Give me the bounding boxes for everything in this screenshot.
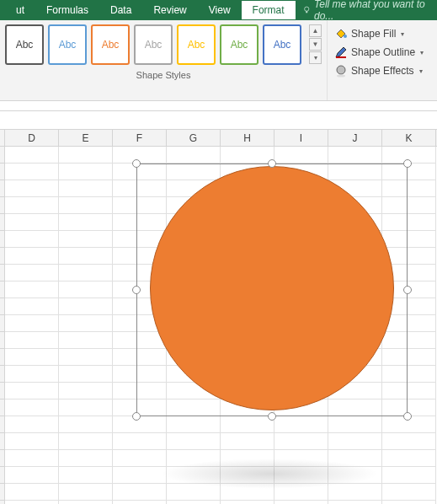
cell[interactable]	[59, 484, 113, 501]
resize-handle-tr[interactable]	[403, 159, 412, 168]
cell[interactable]	[5, 214, 59, 231]
shape-style-5[interactable]: Abc	[177, 24, 216, 65]
cell[interactable]	[113, 484, 167, 501]
cell[interactable]	[382, 467, 436, 484]
cell[interactable]	[5, 315, 59, 332]
cell[interactable]	[59, 349, 113, 366]
col-header-j[interactable]: J	[328, 130, 382, 146]
cell[interactable]	[59, 383, 113, 399]
shape-style-1[interactable]: Abc	[5, 24, 44, 65]
tab-data[interactable]: Data	[99, 1, 142, 19]
cell[interactable]	[59, 315, 113, 332]
cell[interactable]	[167, 433, 221, 450]
cell[interactable]	[221, 416, 274, 433]
cell[interactable]	[5, 467, 59, 484]
cell[interactable]	[274, 416, 328, 433]
cell[interactable]	[5, 433, 59, 450]
cell[interactable]	[5, 416, 59, 433]
tab-view[interactable]: View	[198, 1, 242, 19]
shape-style-4[interactable]: Abc	[134, 24, 173, 65]
cell[interactable]	[167, 501, 221, 504]
cell[interactable]	[167, 147, 221, 164]
shape-outline-button[interactable]: Shape Outline ▾	[331, 44, 427, 61]
resize-handle-tm[interactable]	[268, 159, 276, 168]
resize-handle-tl[interactable]	[132, 159, 141, 168]
cell[interactable]	[59, 164, 113, 180]
cell[interactable]	[221, 433, 274, 450]
shape-effects-button[interactable]: Shape Effects ▾	[331, 62, 427, 79]
col-header-d[interactable]: D	[5, 130, 59, 146]
cell[interactable]	[328, 484, 382, 501]
cell[interactable]	[328, 501, 382, 504]
shape-style-7[interactable]: Abc	[263, 24, 301, 65]
resize-handle-mr[interactable]	[403, 286, 412, 294]
cell[interactable]	[5, 484, 59, 501]
cell[interactable]	[113, 450, 167, 467]
tab-review[interactable]: Review	[142, 1, 197, 19]
resize-handle-bm[interactable]	[268, 412, 276, 421]
cell[interactable]	[5, 248, 59, 265]
cell[interactable]	[59, 197, 113, 214]
col-header-e[interactable]: E	[59, 130, 113, 146]
cell[interactable]	[5, 197, 59, 214]
cell[interactable]	[59, 298, 113, 315]
cell[interactable]	[382, 501, 436, 504]
cell[interactable]	[59, 214, 113, 231]
resize-handle-ml[interactable]	[132, 286, 141, 294]
resize-handle-bl[interactable]	[132, 412, 141, 421]
cell[interactable]	[59, 467, 113, 484]
tab-layout[interactable]: ut	[5, 1, 35, 19]
gallery-up-icon[interactable]: ▲	[309, 24, 322, 37]
cell[interactable]	[5, 349, 59, 366]
cell[interactable]	[59, 416, 113, 433]
cell[interactable]	[274, 501, 328, 504]
cell[interactable]	[221, 501, 274, 504]
col-header-k[interactable]: K	[382, 130, 436, 146]
shape-style-3[interactable]: Abc	[91, 24, 130, 65]
cell[interactable]	[274, 433, 328, 450]
cell[interactable]	[5, 501, 59, 504]
cell[interactable]	[113, 501, 167, 504]
shape-style-2[interactable]: Abc	[48, 24, 87, 65]
cell[interactable]	[5, 383, 59, 399]
cell[interactable]	[382, 450, 436, 467]
cell[interactable]	[328, 416, 382, 433]
tab-formulas[interactable]: Formulas	[35, 1, 99, 19]
cell[interactable]	[5, 265, 59, 281]
cell[interactable]	[59, 450, 113, 467]
cell[interactable]	[59, 231, 113, 248]
formula-bar[interactable]	[0, 111, 437, 130]
cell[interactable]	[59, 366, 113, 383]
cell[interactable]	[5, 180, 59, 197]
tell-me-search[interactable]: Tell me what you want to do...	[296, 0, 437, 22]
cell[interactable]	[5, 281, 59, 298]
resize-handle-br[interactable]	[403, 412, 412, 421]
cell[interactable]	[328, 433, 382, 450]
cell[interactable]	[59, 147, 113, 164]
cell[interactable]	[59, 399, 113, 416]
cell[interactable]	[59, 501, 113, 504]
cell[interactable]	[328, 147, 382, 164]
cell[interactable]	[59, 332, 113, 349]
cell[interactable]	[113, 433, 167, 450]
col-header-g[interactable]: G	[167, 130, 221, 146]
cell[interactable]	[5, 164, 59, 180]
cell[interactable]	[59, 265, 113, 281]
col-header-h[interactable]: H	[221, 130, 274, 146]
cell[interactable]	[5, 147, 59, 164]
cell[interactable]	[5, 298, 59, 315]
cell[interactable]	[59, 281, 113, 298]
cell[interactable]	[5, 332, 59, 349]
cell[interactable]	[59, 180, 113, 197]
col-header-f[interactable]: F	[113, 130, 167, 146]
cell[interactable]	[382, 484, 436, 501]
tab-format[interactable]: Format	[242, 1, 296, 19]
cell[interactable]	[382, 433, 436, 450]
cell[interactable]	[5, 450, 59, 467]
shape-style-6[interactable]: Abc	[220, 24, 258, 65]
cell[interactable]	[113, 467, 167, 484]
gallery-down-icon[interactable]: ▼	[309, 38, 322, 51]
cell[interactable]	[221, 147, 274, 164]
cell[interactable]	[274, 147, 328, 164]
gallery-more-icon[interactable]: ▾	[309, 51, 322, 64]
